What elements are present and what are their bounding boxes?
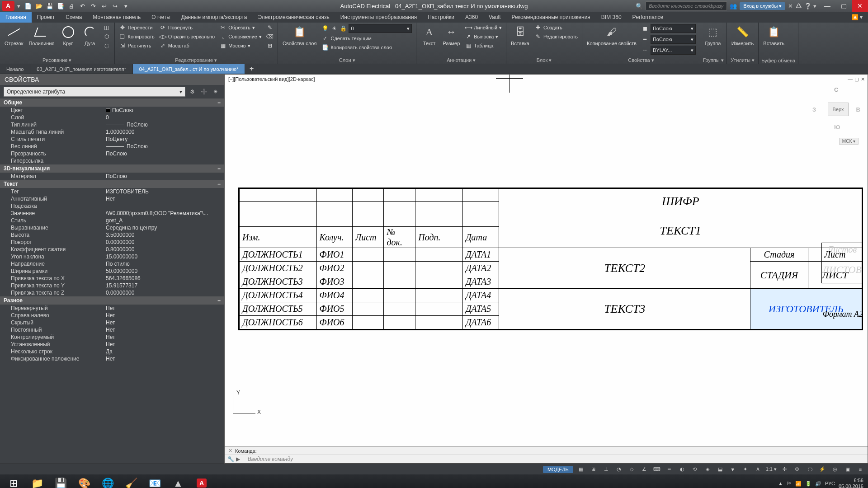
prop-row[interactable]: Вес линийПоСлою [0, 143, 224, 150]
snap-icon[interactable]: ⊞ [589, 465, 599, 474]
prop-section-header[interactable]: 3D-визуализация– [0, 164, 224, 173]
text-button[interactable]: AТекст [419, 23, 439, 47]
tab-performance[interactable]: Performance [627, 12, 669, 23]
maximize-button[interactable]: ▢ [835, 0, 852, 12]
prop-row[interactable]: Ширина рамки50.00000000 [0, 267, 224, 275]
tray-network-icon[interactable]: 📶 [795, 481, 802, 487]
prop-row[interactable]: ПостоянныйНет [0, 326, 224, 333]
prop-row[interactable]: Коэффициент сжатия0.80000000 [0, 246, 224, 253]
draw-misc2[interactable]: ⬡ [102, 33, 112, 41]
nav-back-icon[interactable]: ↩ [100, 2, 108, 10]
signin-icon[interactable]: 👥 [730, 3, 737, 9]
viewport-max-icon[interactable]: ▢ [854, 76, 859, 82]
cmd-wrench-icon[interactable]: 🔧 [227, 456, 234, 462]
hardware-accel-icon[interactable]: ⚡ [817, 465, 827, 474]
polyline-button[interactable]: Полилиния [27, 23, 56, 47]
tab-home[interactable]: Главная [0, 12, 32, 23]
ribbon-collapse-icon[interactable]: 🔼 ▾ [846, 12, 868, 23]
tab-panel[interactable]: Монтажная панель [87, 12, 146, 23]
insert-block-button[interactable]: 🗄Вставка [509, 23, 531, 47]
table-button[interactable]: ▦Таблица [463, 42, 503, 50]
clean-screen-icon[interactable]: ▣ [843, 465, 853, 474]
doctab-add[interactable]: ✚ [245, 64, 258, 74]
drawing-canvas[interactable]: [–][Пользовательский вид][2D-каркас] — ▢… [224, 74, 868, 464]
nav-fwd-icon[interactable]: ↪ [111, 2, 119, 10]
layer-combo[interactable]: 💡☀🔒0▾ [320, 23, 413, 33]
prop-row[interactable]: КонтролируемыйНет [0, 333, 224, 341]
media-icon[interactable]: ▲ [166, 475, 190, 488]
circle-button[interactable]: Круг [58, 23, 78, 47]
grid-icon[interactable]: ▦ [576, 465, 586, 474]
izgotovitel-attribute[interactable]: ИЗГОТОВИТЕЛЬ [750, 289, 862, 329]
create-block-button[interactable]: ✚Создать [533, 23, 579, 32]
tab-project[interactable]: Проект [32, 12, 61, 23]
modify-ex2[interactable]: ⌫ [265, 33, 275, 41]
group-button[interactable]: ⬚Группа [703, 23, 723, 47]
prop-row[interactable]: УстановленныйНет [0, 341, 224, 348]
prop-row[interactable]: Слой0 [0, 114, 224, 121]
linear-dim-button[interactable]: ⟷Линейный ▾ [463, 23, 503, 32]
osnap-icon[interactable]: ◇ [627, 465, 637, 474]
color-combo[interactable]: ◼ПоСлою▾ [640, 23, 697, 33]
group-label-utils[interactable]: Утилиты ▾ [730, 57, 756, 64]
toggle-pickadd-icon[interactable]: ➕ [199, 87, 209, 97]
move-button[interactable]: ✥Перенести [118, 23, 156, 32]
redo-icon[interactable]: ↷ [89, 2, 97, 10]
prop-row[interactable]: Стиль печатиПоЦвету [0, 136, 224, 143]
leader-button[interactable]: ↗Выноска ▾ [463, 33, 503, 41]
dimension-button[interactable]: ↔Размер [441, 23, 462, 47]
tray-battery-icon[interactable]: 🔋 [805, 481, 811, 487]
tray-up-icon[interactable]: ▲ [778, 481, 783, 486]
app-logo[interactable]: A [2, 1, 14, 11]
tab-vault[interactable]: Vault [483, 12, 506, 23]
scale-readout[interactable]: 1:1 ▾ [766, 466, 777, 472]
tab-schema[interactable]: Схема [60, 12, 87, 23]
open-icon[interactable]: 📂 [35, 2, 43, 10]
ucs-label[interactable]: МСК ▾ [839, 138, 859, 145]
tray-flag-icon[interactable]: 🏳 [787, 481, 792, 486]
model-space-button[interactable]: МОДЕЛЬ [543, 466, 573, 473]
mirror-button[interactable]: ◁▷Отразить зеркально [158, 33, 216, 41]
prop-row[interactable]: Фиксированное положениеНет [0, 355, 224, 362]
tab-electromech[interactable]: Электромеханическая связь [253, 12, 335, 23]
transparency-icon[interactable]: ◐ [677, 465, 687, 474]
prop-row[interactable]: Угол наклона15.00000000 [0, 253, 224, 260]
isolate-icon[interactable]: ◎ [830, 465, 840, 474]
paste-button[interactable]: 📋Вставить [761, 23, 786, 47]
group-label-block[interactable]: Блок ▾ [509, 57, 579, 64]
mail-icon[interactable]: 📧 [143, 475, 166, 488]
save-tb-icon[interactable]: 💾 [49, 475, 72, 488]
draw-misc3[interactable]: ◌ [102, 42, 112, 50]
modify-ex3[interactable]: ⊞ [265, 42, 275, 50]
compass-east[interactable]: В [856, 106, 860, 113]
viewcube-top[interactable]: Верх [828, 103, 849, 116]
group-label-draw[interactable]: Рисование ▾ [3, 57, 112, 64]
explorer-icon[interactable]: 📁 [25, 475, 49, 488]
paint-icon[interactable]: 🎨 [72, 475, 96, 488]
selection-type-combo[interactable]: Определение атрибута▾ [4, 87, 185, 97]
polar-icon[interactable]: ◔ [614, 465, 624, 474]
prop-row[interactable]: Масштаб типа линий1.00000000 [0, 128, 224, 136]
quickselect-icon[interactable]: ⚙ [187, 87, 197, 97]
otrack-icon[interactable]: ∠ [639, 465, 649, 474]
exchange-icon[interactable]: ✕ [788, 3, 793, 9]
viewport-label[interactable]: [–][Пользовательский вид][2D-каркас] [228, 76, 315, 82]
start-button[interactable]: ⊞ [2, 475, 25, 488]
prop-row[interactable]: Значение\W0.8000;\pxsm0.8;ООО "Релематик… [0, 210, 224, 217]
favorite-icon[interactable]: 🛆 [796, 3, 802, 9]
cmd-close-icon[interactable]: ✕ [228, 448, 232, 454]
tab-convert[interactable]: Инструменты преобразования [335, 12, 423, 23]
scale-button[interactable]: ⤢Масштаб [158, 42, 216, 50]
workspace-icon[interactable]: ⚙ [792, 465, 802, 474]
viewport-close-icon[interactable]: ✕ [861, 76, 865, 82]
trim-button[interactable]: ✂Обрезать ▾ [218, 23, 263, 32]
prop-row[interactable]: Поворот0.00000000 [0, 239, 224, 246]
line-button[interactable]: Отрезок [3, 23, 25, 47]
dyn-ucs-icon[interactable]: ⬓ [715, 465, 725, 474]
tab-reports[interactable]: Отчеты [146, 12, 175, 23]
prop-row[interactable]: Тип линийПоСлою [0, 121, 224, 128]
match-props-button[interactable]: 🖌Копирование свойств [585, 23, 638, 47]
save-icon[interactable]: 💾 [46, 2, 54, 10]
prop-row[interactable]: Справа налевоНет [0, 312, 224, 319]
prop-section-header[interactable]: Текст– [0, 180, 224, 188]
